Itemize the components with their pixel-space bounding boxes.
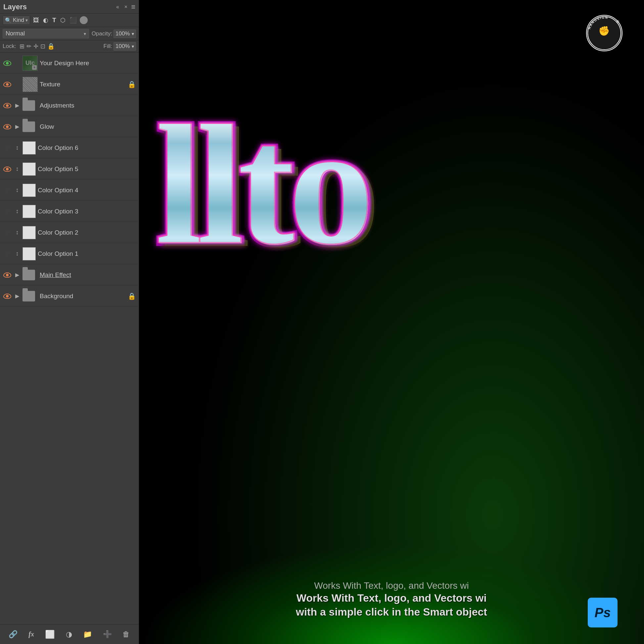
add-adjustment-button[interactable]: ◑ bbox=[64, 628, 74, 641]
layer-thumb-color-1 bbox=[23, 247, 36, 260]
layer-name-color-6: Color Option 6 bbox=[38, 144, 136, 152]
layer-expand-glow[interactable]: ▶ bbox=[14, 123, 21, 130]
layer-expand-main-effect[interactable]: ▶ bbox=[14, 272, 21, 278]
shape-filter-icon[interactable]: ⬡ bbox=[59, 16, 67, 25]
smart-filter-icon[interactable]: ⬛ bbox=[69, 16, 78, 25]
layer-lock-texture: 🔒 bbox=[128, 80, 136, 88]
add-mask-button[interactable]: ⬜ bbox=[43, 628, 57, 641]
adjustment-filter-icon[interactable]: ◐ bbox=[42, 16, 49, 25]
layer-name-main-effect: Main Effect bbox=[40, 271, 136, 279]
layer-thumb-color-5 bbox=[23, 162, 36, 176]
handsign-logo: ✊ HANDSIGN ® bbox=[584, 13, 624, 53]
filter-bar: 🔍 Kind ▾ 🖼 ◐ T ⬡ ⬛ bbox=[0, 14, 139, 27]
layer-visibility-background[interactable] bbox=[3, 292, 12, 301]
layer-item-glow[interactable]: ▶ Glow bbox=[0, 116, 139, 137]
lock-artboard-icon[interactable]: ⊡ bbox=[40, 43, 45, 50]
layer-scroll-indicator-6: ↕ bbox=[14, 144, 21, 151]
lock-pixels-icon[interactable]: ✏ bbox=[26, 43, 31, 50]
image-filter-icon[interactable]: 🖼 bbox=[32, 16, 40, 25]
layer-thumb-glow bbox=[23, 121, 35, 132]
canvas-background: ✊ HANDSIGN ® bbox=[139, 0, 644, 644]
add-fx-button[interactable]: fx bbox=[26, 628, 36, 640]
layer-visibility-color-5[interactable] bbox=[3, 164, 12, 174]
panel-menu-icon[interactable]: ≡ bbox=[131, 3, 135, 11]
layer-item-your-design[interactable]: Ulc S Your Design Here bbox=[0, 53, 139, 74]
layer-visibility-main-effect[interactable] bbox=[3, 270, 12, 280]
layer-scroll-indicator-1: ↕ bbox=[14, 250, 21, 257]
layers-list: Ulc S Your Design Here Texture 🔒 bbox=[0, 53, 139, 624]
layer-thumb-background bbox=[23, 291, 35, 301]
layer-lock-background: 🔒 bbox=[128, 292, 136, 300]
layer-name-color-4: Color Option 4 bbox=[38, 187, 136, 194]
layer-name-color-1: Color Option 1 bbox=[38, 250, 136, 257]
layer-thumb-color-4 bbox=[23, 184, 36, 197]
layer-scroll-indicator-3: ↕ bbox=[14, 208, 21, 215]
layer-thumb-your-design: Ulc S bbox=[23, 56, 38, 71]
layer-name-color-3: Color Option 3 bbox=[38, 208, 136, 215]
layer-item-texture[interactable]: Texture 🔒 bbox=[0, 74, 139, 95]
layer-scroll-indicator-5: ↕ bbox=[14, 165, 21, 172]
layer-name-glow: Glow bbox=[40, 123, 136, 130]
delete-layer-button[interactable]: 🗑 bbox=[120, 628, 132, 641]
layer-visibility-texture[interactable] bbox=[3, 80, 12, 89]
layer-name-texture: Texture bbox=[40, 81, 126, 88]
layers-panel: Layers « × ≡ 🔍 Kind ▾ 🖼 ◐ T ⬡ ⬛ Normal ▾… bbox=[0, 0, 139, 644]
lock-all-icon[interactable]: 🔒 bbox=[47, 43, 55, 50]
svg-text:®: ® bbox=[616, 20, 620, 24]
canvas-scrolling-text: Works With Text, logo, and Vectors wi bbox=[139, 580, 644, 591]
new-layer-button[interactable]: ➕ bbox=[101, 628, 114, 641]
svg-text:llto: llto bbox=[155, 89, 369, 280]
layer-item-color-option-6[interactable]: ↕ Color Option 6 bbox=[0, 137, 139, 159]
layer-item-color-option-3[interactable]: ↕ Color Option 3 bbox=[0, 201, 139, 222]
layer-item-color-option-2[interactable]: ↕ Color Option 2 bbox=[0, 222, 139, 243]
blend-mode-select[interactable]: Normal ▾ bbox=[3, 29, 89, 38]
handsign-circle-badge: ✊ HANDSIGN ® bbox=[586, 15, 622, 51]
layer-thumb-color-2 bbox=[23, 226, 36, 239]
layer-visibility-color-6[interactable] bbox=[3, 143, 12, 153]
lock-transparent-icon[interactable]: ⊞ bbox=[20, 43, 24, 50]
layer-item-color-option-5[interactable]: ↕ Color Option 5 bbox=[0, 159, 139, 180]
layer-visibility-color-3[interactable] bbox=[3, 207, 12, 216]
canvas-area: ✊ HANDSIGN ® bbox=[139, 0, 644, 644]
layer-thumb-main-effect bbox=[23, 270, 35, 280]
lock-icons-group: ⊞ ✏ ✛ ⊡ 🔒 bbox=[20, 43, 55, 50]
layer-scroll-indicator-2: ↕ bbox=[14, 229, 21, 236]
kind-filter-select[interactable]: 🔍 Kind ▾ bbox=[3, 16, 30, 25]
handsign-svg: ✊ HANDSIGN ® bbox=[587, 16, 622, 51]
layer-visibility-color-1[interactable] bbox=[3, 249, 12, 258]
layer-visibility-color-2[interactable] bbox=[3, 228, 12, 237]
layer-expand-background[interactable]: ▶ bbox=[14, 293, 21, 299]
svg-text:✊: ✊ bbox=[598, 25, 610, 36]
lock-position-icon[interactable]: ✛ bbox=[33, 43, 38, 50]
layer-visibility-adjustments[interactable] bbox=[3, 101, 12, 110]
fill-group: Fill: 100% ▾ bbox=[104, 42, 136, 51]
layer-thumb-color-3 bbox=[23, 205, 36, 218]
layer-item-color-option-1[interactable]: ↕ Color Option 1 bbox=[0, 243, 139, 264]
canvas-subtitle-2: with a simple click in the Smart object bbox=[139, 606, 644, 618]
opacity-input[interactable]: 100% ▾ bbox=[114, 29, 136, 38]
layer-item-color-option-4[interactable]: ↕ Color Option 4 bbox=[0, 180, 139, 201]
layer-item-background[interactable]: ▶ Background 🔒 bbox=[0, 286, 139, 307]
link-layers-button[interactable]: 🔗 bbox=[7, 628, 20, 641]
text-filter-icon[interactable]: T bbox=[51, 16, 57, 25]
filter-circle-button[interactable] bbox=[80, 16, 88, 24]
photoshop-badge: Ps bbox=[588, 598, 618, 627]
gothic-text-svg: llto llto llto llto bbox=[146, 50, 642, 281]
layer-name-color-2: Color Option 2 bbox=[38, 229, 136, 236]
mode-opacity-bar: Normal ▾ Opacity: 100% ▾ bbox=[0, 27, 139, 40]
layer-visibility-glow[interactable] bbox=[3, 122, 12, 131]
layer-visibility-color-4[interactable] bbox=[3, 186, 12, 195]
layer-thumb-texture bbox=[23, 77, 38, 92]
layer-item-adjustments[interactable]: ▶ Adjustments bbox=[0, 95, 139, 116]
layer-item-main-effect[interactable]: ▶ Main Effect bbox=[0, 264, 139, 286]
layer-visibility-your-design[interactable] bbox=[3, 59, 12, 68]
layer-scroll-indicator-4: ↕ bbox=[14, 187, 21, 194]
close-button[interactable]: × bbox=[123, 3, 129, 11]
collapse-button[interactable]: « bbox=[115, 3, 121, 11]
lock-fill-bar: Lock: ⊞ ✏ ✛ ⊡ 🔒 Fill: 100% ▾ bbox=[0, 40, 139, 53]
fill-input[interactable]: 100% ▾ bbox=[114, 42, 136, 51]
layer-name-adjustments: Adjustments bbox=[40, 102, 136, 109]
layer-expand-adjustments[interactable]: ▶ bbox=[14, 102, 21, 109]
layer-name-color-5: Color Option 5 bbox=[38, 165, 136, 173]
create-folder-button[interactable]: 📁 bbox=[81, 628, 94, 641]
